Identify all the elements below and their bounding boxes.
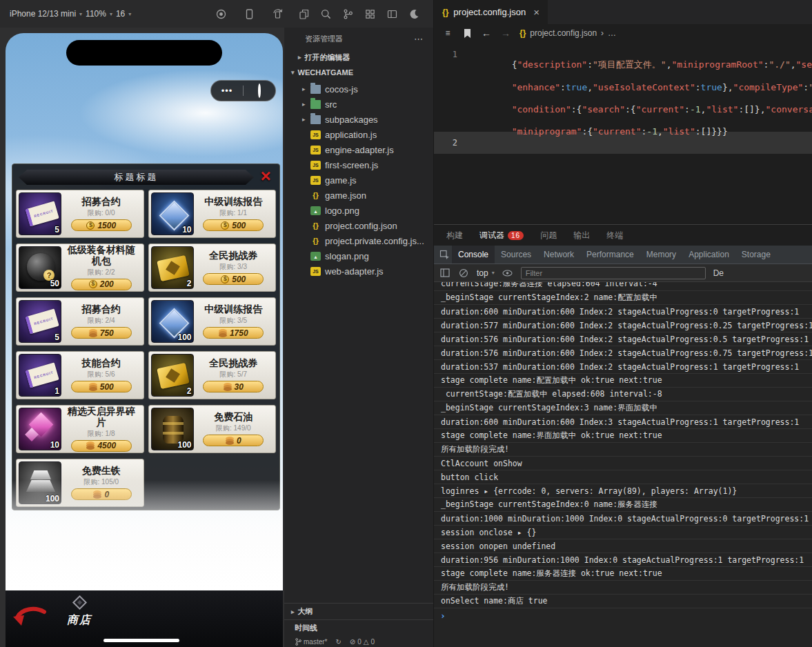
console-sidebar-icon[interactable] xyxy=(439,268,450,279)
file-row[interactable]: game.json xyxy=(284,188,433,203)
file-row[interactable]: project.private.config.js... xyxy=(284,233,433,248)
devtools-tab[interactable]: Performance xyxy=(580,246,640,263)
capsule-more-button[interactable]: ••• xyxy=(211,81,243,101)
filter-input[interactable] xyxy=(521,267,706,279)
file-row[interactable]: ▸ src xyxy=(284,97,433,112)
clear-console-icon[interactable] xyxy=(458,268,469,279)
console-log-row[interactable]: onSelect name:商店 true xyxy=(434,595,812,608)
timeline-section[interactable]: 时间线 xyxy=(284,619,433,636)
home-indicator[interactable] xyxy=(103,639,179,642)
devtools-tab[interactable]: Application xyxy=(682,246,735,263)
debugger-panel-tab[interactable]: 终端 xyxy=(606,230,623,241)
console-log-row[interactable]: currentStage:配置加载中 elapsed:608 interval:… xyxy=(434,388,812,401)
console-log-row[interactable]: duration:577 minDuration:600 Index:2 sta… xyxy=(434,319,812,332)
shop-item-card[interactable]: 2 全民挑战券 限购: 3/3 500 xyxy=(148,243,277,292)
code-editor[interactable]: 1 {"description":"项目配置文件。","miniprogramR… xyxy=(434,42,812,224)
devtools-tab[interactable]: Sources xyxy=(495,246,537,263)
buy-button[interactable]: 1750 xyxy=(203,327,264,339)
shop-item-card[interactable]: 10 中级训练报告 限购: 1/1 500 xyxy=(148,190,277,238)
buy-button[interactable]: 750 xyxy=(71,327,132,339)
buy-button[interactable]: 30 xyxy=(203,381,264,392)
layout-icon[interactable] xyxy=(386,8,398,20)
rotate-icon[interactable] xyxy=(272,8,284,20)
file-row[interactable]: engine-adapter.js xyxy=(284,142,433,157)
console-output[interactable]: currentStage:服务器连接 elapsed:604 interval:… xyxy=(434,282,812,647)
search-icon[interactable] xyxy=(320,8,332,20)
menu-icon[interactable]: ≡ xyxy=(442,28,453,39)
console-log-row[interactable]: duration:576 minDuration:600 Index:2 sta… xyxy=(434,346,812,360)
capsule-home-button[interactable] xyxy=(244,85,275,97)
close-tab-icon[interactable]: × xyxy=(533,6,539,18)
file-row[interactable]: ▸ cocos-js xyxy=(284,81,433,97)
shop-item-card[interactable]: 5 招募合约 限购: 0/0 1500 xyxy=(16,190,144,238)
console-log-row[interactable]: session onclose ▸ {} xyxy=(434,526,812,539)
console-log-row[interactable]: _beginStage currentStageIndex:0 name:服务器… xyxy=(434,498,812,512)
record-button[interactable] xyxy=(215,8,227,20)
console-prompt[interactable]: › xyxy=(434,608,812,622)
shop-item-card[interactable]: 50 低级装备材料随机包 限购: 2/2 200 xyxy=(16,243,144,292)
console-log-row[interactable]: duration:600 minDuration:600 Index:3 sta… xyxy=(434,415,812,429)
files-icon[interactable] xyxy=(298,8,310,20)
shop-item-card[interactable]: 1 技能合约 限购: 5/6 500 xyxy=(16,351,144,399)
debugger-panel-tab[interactable]: 问题 xyxy=(540,230,557,241)
git-branch-status[interactable]: master* xyxy=(295,638,327,646)
buy-button[interactable]: 500 xyxy=(71,381,132,392)
console-log-row[interactable]: duration:600 minDuration:600 Index:2 sta… xyxy=(434,305,812,319)
console-log-row[interactable]: session onopen undefined xyxy=(434,539,812,553)
console-log-row[interactable]: duration:956 minDuration:1000 Index:0 st… xyxy=(434,553,812,567)
file-row[interactable]: ▸ subpackages xyxy=(284,112,433,127)
sync-button[interactable]: ↻ xyxy=(335,638,341,646)
close-button[interactable]: × xyxy=(256,167,275,186)
shop-item-card[interactable]: 100 免费石油 限购: 149/0 0 xyxy=(148,405,277,453)
context-selector[interactable]: top ▾ xyxy=(477,268,495,278)
console-log-row[interactable]: duration:576 minDuration:600 Index:2 sta… xyxy=(434,332,812,346)
bookmark-icon[interactable] xyxy=(462,28,473,39)
shop-item-card[interactable]: 10 精选天启异界碎片 限购: 1/8 4500 xyxy=(16,405,144,453)
shop-item-card[interactable]: 100 中级训练报告 限购: 3/5 1750 xyxy=(148,297,277,346)
buy-button[interactable]: 500 xyxy=(203,219,264,231)
buy-button[interactable]: 0 xyxy=(203,435,264,446)
devtools-tab[interactable]: Network xyxy=(537,246,580,263)
device-icon[interactable] xyxy=(244,8,255,20)
file-row[interactable]: application.js xyxy=(284,127,433,142)
debugger-panel-tab[interactable]: 构建 xyxy=(446,230,463,241)
console-log-row[interactable]: stage complete name:服务器连接 ok:true next:t… xyxy=(434,567,812,581)
inspect-element-icon[interactable] xyxy=(437,250,452,260)
back-arrow-icon[interactable] xyxy=(11,606,47,630)
project-root-section[interactable]: ▾ WECHATGAME xyxy=(284,65,433,80)
console-log-row[interactable]: CtlAccount onShow xyxy=(434,457,812,470)
file-row[interactable]: logo.png xyxy=(284,203,433,218)
console-log-row[interactable]: button click xyxy=(434,470,812,484)
breadcrumb-item[interactable]: {} project.config.json › … xyxy=(519,28,616,38)
git-branch-icon[interactable] xyxy=(342,8,354,20)
more-actions-icon[interactable]: ⋯ xyxy=(414,34,424,44)
buy-button[interactable]: 500 xyxy=(203,273,264,285)
console-log-row[interactable]: _beginStage currentStageIndex:2 name:配置加… xyxy=(434,291,812,305)
file-row[interactable]: game.js xyxy=(284,172,433,188)
console-log-row[interactable]: 所有加载阶段完成! xyxy=(434,581,812,595)
buy-button[interactable]: 1500 xyxy=(71,219,132,231)
shop-tab[interactable]: 商店 xyxy=(55,596,103,628)
back-icon[interactable]: ← xyxy=(481,28,492,39)
debugger-panel-tab[interactable]: 调试器 16 xyxy=(479,230,524,241)
devtools-tab[interactable]: Memory xyxy=(640,246,682,263)
problems-status[interactable]: ⊘ 0 △ 0 xyxy=(350,638,375,646)
forward-icon[interactable]: → xyxy=(500,28,511,39)
eye-icon[interactable] xyxy=(502,268,513,279)
open-editors-section[interactable]: ▸ 打开的编辑器 xyxy=(284,50,433,65)
console-log-row[interactable]: 所有加载阶段完成! xyxy=(434,443,812,457)
console-log-row[interactable]: stage complete name:界面加载中 ok:true next:t… xyxy=(434,429,812,443)
shop-item-card[interactable]: 2 全民挑战券 限购: 5/7 30 xyxy=(148,351,277,399)
console-log-row[interactable]: stage complete name:配置加载中 ok:true next:t… xyxy=(434,374,812,388)
buy-button[interactable]: 200 xyxy=(71,279,132,290)
file-row[interactable]: project.config.json xyxy=(284,218,433,233)
file-row[interactable]: slogan.png xyxy=(284,248,433,263)
log-levels-selector[interactable]: De xyxy=(713,268,724,278)
outline-section[interactable]: ▸ 大纲 xyxy=(284,603,433,619)
debugger-panel-tab[interactable]: 输出 xyxy=(573,230,590,241)
file-row[interactable]: web-adapter.js xyxy=(284,263,433,279)
editor-tab[interactable]: {} project.config.json × xyxy=(434,0,548,24)
devtools-tab[interactable]: Console xyxy=(452,246,495,263)
console-log-row[interactable]: duration:1000 minDuration:1000 Index:0 s… xyxy=(434,512,812,526)
console-log-row[interactable]: loginres ▸ {errcode: 0, servers: Array(8… xyxy=(434,484,812,498)
